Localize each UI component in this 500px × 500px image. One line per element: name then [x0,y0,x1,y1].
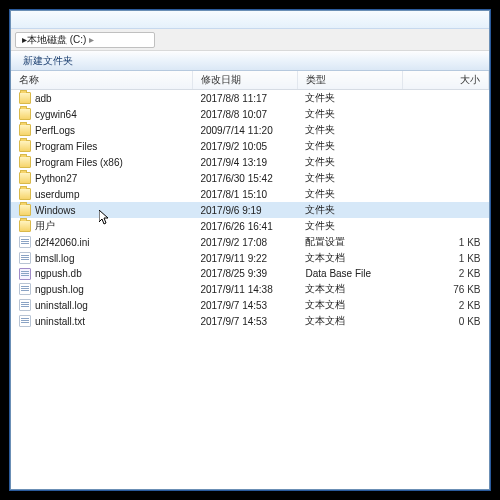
file-type: 文本文档 [297,281,402,297]
file-size: 1 KB [403,234,489,250]
file-name: Windows [35,205,76,216]
file-size: 1 KB [403,250,489,266]
file-name: Python27 [35,173,77,184]
file-name: uninstall.txt [35,316,85,327]
table-row[interactable]: PerfLogs2009/7/14 11:20文件夹 [11,122,489,138]
file-type: 文件夹 [297,90,402,107]
col-size[interactable]: 大小 [403,71,489,90]
file-type: 文件夹 [297,202,402,218]
log-icon [19,299,31,311]
file-size: 2 KB [403,297,489,313]
file-size: 2 KB [403,266,489,281]
folder-icon [19,156,31,168]
file-date: 2017/9/7 14:53 [192,297,297,313]
toolbar: 新建文件夹 [11,51,489,71]
folder-icon [19,140,31,152]
file-type: 文件夹 [297,122,402,138]
file-date: 2017/9/7 14:53 [192,313,297,329]
file-date: 2017/9/6 9:19 [192,202,297,218]
txt-icon [19,315,31,327]
file-size [403,202,489,218]
breadcrumb[interactable]: ▸ 本地磁盘 (C:) ▸ [15,32,155,48]
file-name: bmsll.log [35,253,74,264]
table-row[interactable]: cygwin642017/8/8 10:07文件夹 [11,106,489,122]
file-name: userdump [35,189,79,200]
file-name: uninstall.log [35,300,88,311]
log-icon [19,283,31,295]
file-type: 配置设置 [297,234,402,250]
file-name: Program Files [35,141,97,152]
folder-icon [19,204,31,216]
file-name: 用户 [35,219,55,233]
file-type: 文件夹 [297,186,402,202]
file-type: 文件夹 [297,154,402,170]
file-name: d2f42060.ini [35,237,90,248]
folder-icon [19,220,31,232]
table-row[interactable]: ngpush.log2017/9/11 14:38文本文档76 KB [11,281,489,297]
col-type[interactable]: 类型 [297,71,402,90]
db-icon [19,268,31,280]
file-date: 2017/8/8 11:17 [192,90,297,107]
file-size [403,170,489,186]
file-name: ngpush.log [35,284,84,295]
file-list-area[interactable]: 名称 修改日期 类型 大小 adb2017/8/8 11:17文件夹cygwin… [11,71,489,489]
file-size [403,90,489,107]
folder-icon [19,172,31,184]
file-type: 文本文档 [297,250,402,266]
breadcrumb-drive[interactable]: 本地磁盘 (C:) [27,33,86,47]
file-size [403,122,489,138]
file-size [403,186,489,202]
ini-icon [19,236,31,248]
file-name: ngpush.db [35,268,82,279]
col-name[interactable]: 名称 [11,71,192,90]
file-name: cygwin64 [35,109,77,120]
file-size [403,154,489,170]
file-date: 2017/8/1 15:10 [192,186,297,202]
file-date: 2017/9/4 13:19 [192,154,297,170]
file-type: 文本文档 [297,297,402,313]
table-row[interactable]: Windows2017/9/6 9:19文件夹 [11,202,489,218]
file-size [403,218,489,234]
file-date: 2017/9/2 10:05 [192,138,297,154]
file-name: PerfLogs [35,125,75,136]
folder-icon [19,108,31,120]
file-name: adb [35,93,52,104]
file-type: 文件夹 [297,138,402,154]
table-row[interactable]: d2f42060.ini2017/9/2 17:08配置设置1 KB [11,234,489,250]
table-row[interactable]: adb2017/8/8 11:17文件夹 [11,90,489,107]
titlebar[interactable] [11,11,489,29]
folder-icon [19,188,31,200]
table-row[interactable]: ngpush.db2017/8/25 9:39Data Base File2 K… [11,266,489,281]
file-date: 2017/6/26 16:41 [192,218,297,234]
table-row[interactable]: uninstall.log2017/9/7 14:53文本文档2 KB [11,297,489,313]
file-size: 0 KB [403,313,489,329]
table-row[interactable]: Program Files2017/9/2 10:05文件夹 [11,138,489,154]
file-date: 2017/9/2 17:08 [192,234,297,250]
file-type: 文件夹 [297,218,402,234]
new-folder-button[interactable]: 新建文件夹 [17,52,79,70]
file-name: Program Files (x86) [35,157,123,168]
col-date[interactable]: 修改日期 [192,71,297,90]
file-type: 文件夹 [297,170,402,186]
table-row[interactable]: uninstall.txt2017/9/7 14:53文本文档0 KB [11,313,489,329]
table-row[interactable]: 用户2017/6/26 16:41文件夹 [11,218,489,234]
file-size [403,106,489,122]
folder-icon [19,92,31,104]
file-size: 76 KB [403,281,489,297]
file-date: 2017/9/11 9:22 [192,250,297,266]
file-size [403,138,489,154]
file-date: 2017/8/8 10:07 [192,106,297,122]
file-table: 名称 修改日期 类型 大小 adb2017/8/8 11:17文件夹cygwin… [11,71,489,329]
file-type: Data Base File [297,266,402,281]
breadcrumb-sep: ▸ [89,34,94,45]
explorer-window: ▸ 本地磁盘 (C:) ▸ 新建文件夹 名称 修改日期 类型 大小 adb201… [10,10,490,490]
table-row[interactable]: bmsll.log2017/9/11 9:22文本文档1 KB [11,250,489,266]
folder-icon [19,124,31,136]
table-row[interactable]: Python272017/6/30 15:42文件夹 [11,170,489,186]
file-type: 文件夹 [297,106,402,122]
table-row[interactable]: userdump2017/8/1 15:10文件夹 [11,186,489,202]
file-date: 2017/8/25 9:39 [192,266,297,281]
table-row[interactable]: Program Files (x86)2017/9/4 13:19文件夹 [11,154,489,170]
file-date: 2009/7/14 11:20 [192,122,297,138]
file-date: 2017/6/30 15:42 [192,170,297,186]
